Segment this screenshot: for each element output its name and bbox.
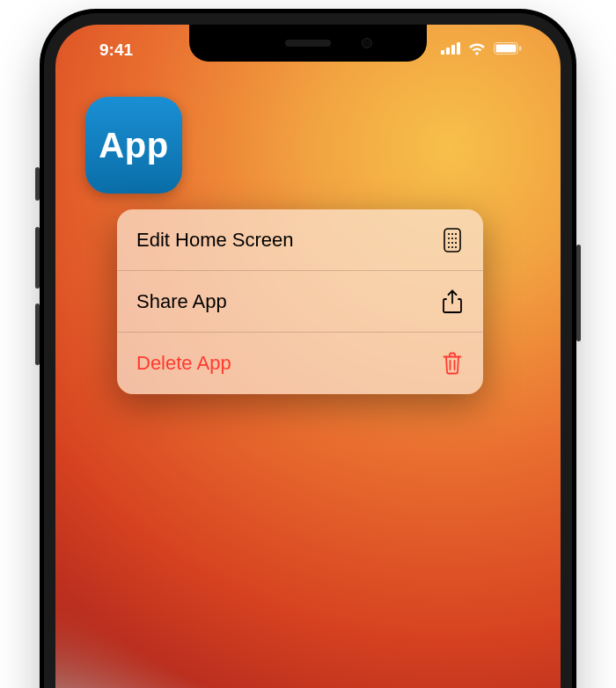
menu-item-share-app[interactable]: Share App xyxy=(117,271,483,333)
svg-rect-6 xyxy=(519,47,522,51)
svg-point-9 xyxy=(451,232,453,234)
svg-rect-0 xyxy=(441,50,444,55)
trash-icon xyxy=(441,352,464,375)
menu-item-label: Share App xyxy=(136,290,227,313)
power-button xyxy=(576,245,581,341)
app-icon[interactable]: App xyxy=(85,97,182,194)
phone-frame: 9:41 xyxy=(40,9,576,688)
battery-icon xyxy=(494,42,522,58)
svg-rect-2 xyxy=(451,45,455,55)
svg-point-18 xyxy=(451,245,453,247)
screen: 9:41 xyxy=(55,25,561,688)
menu-item-delete-app[interactable]: Delete App xyxy=(117,333,483,394)
context-menu: Edit Home Screen xyxy=(117,209,483,394)
volume-down-button xyxy=(35,304,40,365)
svg-rect-3 xyxy=(457,42,460,55)
svg-point-14 xyxy=(448,241,450,243)
svg-rect-1 xyxy=(446,48,450,55)
share-icon xyxy=(441,290,464,313)
wifi-icon xyxy=(467,41,487,59)
svg-point-19 xyxy=(455,245,457,247)
svg-rect-7 xyxy=(444,229,460,252)
volume-up-button xyxy=(35,227,40,289)
home-screen-grid-icon xyxy=(441,229,464,252)
silence-switch xyxy=(35,167,40,201)
svg-point-11 xyxy=(448,237,450,238)
svg-point-15 xyxy=(451,241,453,243)
svg-point-13 xyxy=(455,237,457,238)
status-bar: 9:41 xyxy=(55,37,561,63)
svg-point-16 xyxy=(455,241,457,243)
cellular-signal-icon xyxy=(441,42,460,58)
app-icon-label: App xyxy=(99,126,168,165)
menu-item-label: Delete App xyxy=(136,352,231,375)
svg-point-12 xyxy=(451,237,453,238)
status-right-cluster xyxy=(441,41,522,59)
svg-point-10 xyxy=(455,232,457,234)
menu-item-label: Edit Home Screen xyxy=(136,229,294,252)
status-time: 9:41 xyxy=(99,40,133,60)
svg-point-8 xyxy=(448,232,450,234)
menu-item-edit-home-screen[interactable]: Edit Home Screen xyxy=(117,209,483,271)
svg-point-17 xyxy=(448,245,450,247)
svg-rect-5 xyxy=(496,45,517,53)
